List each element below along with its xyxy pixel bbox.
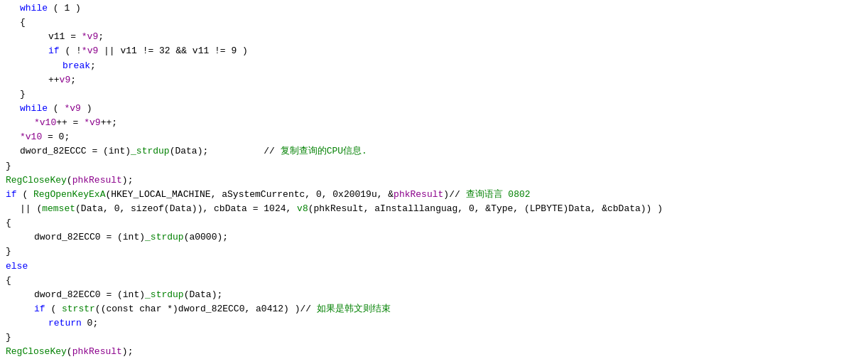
code-token: } (6, 159, 11, 173)
code-editor: while ( 1 ){v11 = *v9;if ( !*v9 || v11 !… (0, 0, 868, 364)
code-token: ((const char *)dword_82ECC0, a0412) )// (95, 302, 317, 316)
code-token: strstr (62, 302, 95, 316)
code-token: 查询语言 0802 (466, 188, 531, 202)
code-token: ; (70, 73, 76, 87)
code-token: (Data); (184, 288, 223, 302)
code-line: return 0; (0, 316, 868, 331)
code-token: while (20, 1, 48, 16)
code-token: ; (98, 30, 104, 44)
code-token: v11 = (48, 30, 82, 44)
code-token: _strdup (145, 230, 184, 245)
code-token: phkResult (394, 188, 443, 202)
code-line: ++v9; (0, 73, 868, 87)
code-token: *v10 (34, 116, 56, 130)
code-token: return (48, 316, 82, 331)
code-token: (a0000); (184, 230, 228, 245)
code-token: } (6, 245, 11, 259)
code-line: while ( *v9 ) (0, 102, 868, 116)
code-token: v9 (60, 73, 71, 87)
code-token: break (63, 59, 90, 73)
code-token: *v9 (84, 116, 100, 130)
code-line: } (0, 331, 868, 345)
code-token: = 0; (42, 130, 70, 144)
code-token: if (34, 302, 45, 316)
code-line: } (0, 159, 868, 173)
code-token: RegCloseKey (6, 173, 67, 188)
code-line: if ( !*v9 || v11 != 32 && v11 != 9 ) (0, 44, 868, 58)
code-token: { (6, 216, 11, 230)
code-token: || v11 != 32 && v11 != 9 ) (98, 44, 248, 58)
code-line: while ( 1 ) (0, 1, 868, 16)
code-token: RegOpenKeyExA (33, 188, 105, 202)
code-token: ); (122, 173, 134, 188)
code-token: { (20, 16, 26, 30)
code-token: _strdup (131, 144, 170, 159)
code-token: ( (67, 173, 72, 188)
code-line: || (memset(Data, 0, sizeof(Data)), cbDat… (0, 202, 868, 216)
code-token: ( 1 ) (48, 1, 81, 16)
code-line: dword_82ECC0 = (int)_strdup(Data); (0, 288, 868, 302)
code-token: while (20, 102, 48, 116)
code-token: { (6, 274, 11, 288)
code-token: } (20, 87, 26, 102)
code-line: dword_82ECCC = (int)_strdup(Data); // 复制… (0, 144, 868, 159)
code-token: *v10 (20, 130, 42, 144)
code-token: (Data); // (170, 144, 281, 159)
code-token: ++; (101, 116, 117, 130)
code-token: v8 (297, 202, 308, 216)
code-line: else (0, 259, 868, 274)
code-line: { (0, 16, 868, 30)
code-token: ( (17, 188, 33, 202)
code-line: RegCloseKey(phkResult); (0, 345, 868, 359)
code-token: (HKEY_LOCAL_MACHINE, aSystemCurrentc, 0,… (105, 188, 394, 202)
code-token: ( ! (60, 44, 82, 58)
code-token: ) (81, 102, 92, 116)
code-token: (Data, 0, sizeof(Data)), cbData = 1024, (75, 202, 297, 216)
code-line: *v10++ = *v9++; (0, 116, 868, 130)
code-token: 复制查询的CPU信息. (281, 144, 367, 159)
code-token: 如果是韩文则结束 (317, 302, 391, 316)
code-token: _strdup (145, 288, 184, 302)
code-token: phkResult (72, 345, 122, 359)
code-line: } (0, 87, 868, 102)
code-token: ++ (48, 73, 60, 87)
code-line: if ( strstr((const char *)dword_82ECC0, … (0, 302, 868, 316)
code-token: phkResult (72, 173, 122, 188)
code-token: )// (443, 188, 465, 202)
code-line: dword_82ECC0 = (int)_strdup(a0000); (0, 230, 868, 245)
code-token: ( (45, 302, 62, 316)
code-line: v11 = *v9; (0, 30, 868, 44)
code-token: else (6, 259, 28, 274)
code-token: dword_82ECCC = (int) (20, 144, 131, 159)
code-token: RegCloseKey (6, 345, 67, 359)
code-token: ; (90, 59, 96, 73)
code-token: dword_82ECC0 = (int) (34, 230, 145, 245)
code-token: ( (48, 102, 64, 116)
code-line: if ( RegOpenKeyExA(HKEY_LOCAL_MACHINE, a… (0, 188, 868, 202)
code-token: if (48, 44, 60, 58)
code-token: if (6, 188, 17, 202)
code-token: *v9 (64, 102, 80, 116)
code-line: *v10 = 0; (0, 130, 868, 144)
code-token: *v9 (82, 30, 98, 44)
code-token: (phkResult, aInstalllanguag, 0, &Type, (… (308, 202, 663, 216)
code-token: dword_82ECC0 = (int) (34, 288, 145, 302)
code-token: } (6, 331, 11, 345)
code-token: ); (122, 345, 134, 359)
code-line: break; (0, 59, 868, 73)
code-token: 0; (82, 316, 98, 331)
code-line: { (0, 216, 868, 230)
code-token: ( (67, 345, 72, 359)
code-token: || ( (20, 202, 42, 216)
code-token: *v9 (82, 44, 98, 58)
code-line: RegCloseKey(phkResult); (0, 173, 868, 188)
code-token: ++ = (56, 116, 84, 130)
code-line: { (0, 274, 868, 288)
code-line: } (0, 245, 868, 259)
code-token: memset (42, 202, 75, 216)
